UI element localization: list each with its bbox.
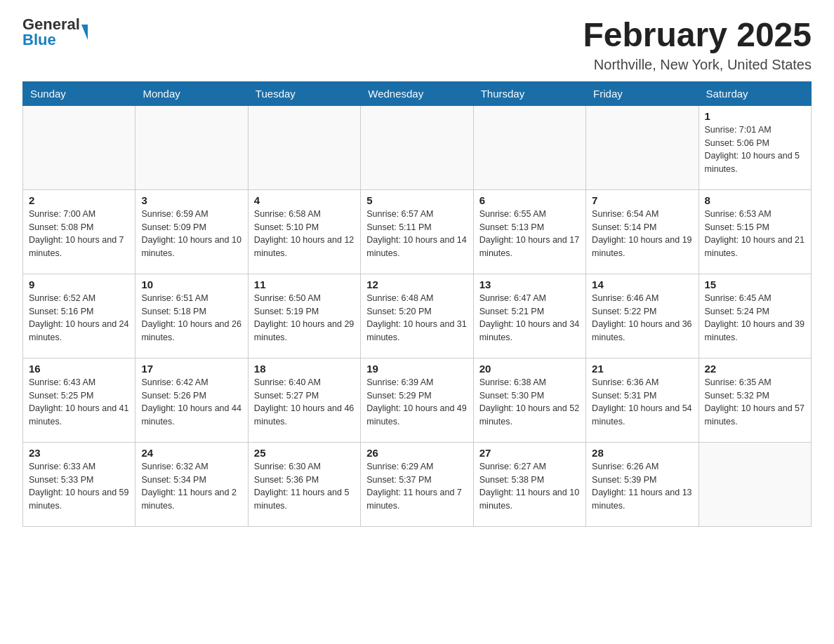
day-info: Sunrise: 7:00 AM Sunset: 5:08 PM Dayligh… — [29, 208, 129, 260]
calendar-day-cell — [248, 105, 360, 189]
page-header: General Blue February 2025 Northville, N… — [22, 17, 812, 73]
calendar-header-monday: Monday — [135, 81, 248, 105]
calendar-day-cell: 24Sunrise: 6:32 AM Sunset: 5:34 PM Dayli… — [135, 442, 248, 526]
calendar-day-cell: 9Sunrise: 6:52 AM Sunset: 5:16 PM Daylig… — [23, 274, 135, 358]
calendar-header-tuesday: Tuesday — [248, 81, 360, 105]
calendar-week-2: 9Sunrise: 6:52 AM Sunset: 5:16 PM Daylig… — [23, 274, 812, 358]
day-number: 4 — [254, 194, 355, 206]
day-number: 18 — [254, 363, 355, 375]
day-info: Sunrise: 6:54 AM Sunset: 5:14 PM Dayligh… — [592, 208, 692, 260]
day-number: 8 — [705, 194, 805, 206]
calendar-day-cell: 26Sunrise: 6:29 AM Sunset: 5:37 PM Dayli… — [361, 442, 473, 526]
logo: General Blue — [22, 17, 88, 48]
day-number: 25 — [254, 447, 355, 459]
calendar-day-cell — [361, 105, 473, 189]
day-number: 21 — [592, 363, 692, 375]
day-number: 10 — [141, 279, 241, 290]
day-info: Sunrise: 6:45 AM Sunset: 5:24 PM Dayligh… — [705, 292, 805, 344]
calendar-day-cell — [473, 105, 585, 189]
day-info: Sunrise: 6:38 AM Sunset: 5:30 PM Dayligh… — [479, 376, 580, 429]
calendar-day-cell: 14Sunrise: 6:46 AM Sunset: 5:22 PM Dayli… — [586, 274, 699, 358]
day-info: Sunrise: 6:42 AM Sunset: 5:26 PM Dayligh… — [141, 376, 241, 429]
day-info: Sunrise: 6:33 AM Sunset: 5:33 PM Dayligh… — [29, 460, 129, 513]
calendar-day-cell — [699, 442, 811, 526]
day-number: 23 — [29, 447, 129, 459]
day-info: Sunrise: 6:30 AM Sunset: 5:36 PM Dayligh… — [254, 460, 355, 513]
day-number: 14 — [592, 279, 692, 290]
month-title: February 2025 — [583, 17, 812, 54]
day-number: 22 — [705, 363, 805, 375]
logo-general: General — [22, 17, 80, 32]
calendar-header-sunday: Sunday — [23, 81, 135, 105]
day-number: 24 — [141, 447, 241, 459]
calendar-day-cell: 4Sunrise: 6:58 AM Sunset: 5:10 PM Daylig… — [248, 189, 360, 274]
calendar-day-cell: 27Sunrise: 6:27 AM Sunset: 5:38 PM Dayli… — [473, 442, 585, 526]
day-number: 15 — [705, 279, 805, 290]
day-number: 20 — [479, 363, 580, 375]
calendar-week-4: 23Sunrise: 6:33 AM Sunset: 5:33 PM Dayli… — [23, 442, 812, 526]
day-info: Sunrise: 6:48 AM Sunset: 5:20 PM Dayligh… — [366, 292, 467, 344]
day-info: Sunrise: 6:35 AM Sunset: 5:32 PM Dayligh… — [705, 376, 805, 429]
day-number: 11 — [254, 279, 355, 290]
calendar-day-cell — [586, 105, 699, 189]
logo-triangle-icon — [81, 25, 88, 40]
day-info: Sunrise: 6:59 AM Sunset: 5:09 PM Dayligh… — [141, 208, 241, 260]
calendar-header-friday: Friday — [586, 81, 699, 105]
day-info: Sunrise: 6:36 AM Sunset: 5:31 PM Dayligh… — [592, 376, 692, 429]
day-info: Sunrise: 6:40 AM Sunset: 5:27 PM Dayligh… — [254, 376, 355, 429]
day-number: 3 — [141, 194, 241, 206]
day-info: Sunrise: 6:29 AM Sunset: 5:37 PM Dayligh… — [366, 460, 467, 513]
calendar-day-cell: 23Sunrise: 6:33 AM Sunset: 5:33 PM Dayli… — [23, 442, 135, 526]
day-number: 6 — [479, 194, 580, 206]
day-info: Sunrise: 6:57 AM Sunset: 5:11 PM Dayligh… — [366, 208, 467, 260]
calendar-day-cell — [23, 105, 135, 189]
day-info: Sunrise: 6:39 AM Sunset: 5:29 PM Dayligh… — [366, 376, 467, 429]
calendar-day-cell: 12Sunrise: 6:48 AM Sunset: 5:20 PM Dayli… — [361, 274, 473, 358]
day-info: Sunrise: 6:53 AM Sunset: 5:15 PM Dayligh… — [705, 208, 805, 260]
day-number: 16 — [29, 363, 129, 375]
day-info: Sunrise: 7:01 AM Sunset: 5:06 PM Dayligh… — [705, 123, 805, 176]
calendar-day-cell: 6Sunrise: 6:55 AM Sunset: 5:13 PM Daylig… — [473, 189, 585, 274]
day-number: 28 — [592, 447, 692, 459]
day-info: Sunrise: 6:50 AM Sunset: 5:19 PM Dayligh… — [254, 292, 355, 344]
calendar-day-cell: 11Sunrise: 6:50 AM Sunset: 5:19 PM Dayli… — [248, 274, 360, 358]
day-info: Sunrise: 6:47 AM Sunset: 5:21 PM Dayligh… — [479, 292, 580, 344]
day-info: Sunrise: 6:46 AM Sunset: 5:22 PM Dayligh… — [592, 292, 692, 344]
day-info: Sunrise: 6:51 AM Sunset: 5:18 PM Dayligh… — [141, 292, 241, 344]
calendar-week-3: 16Sunrise: 6:43 AM Sunset: 5:25 PM Dayli… — [23, 358, 812, 442]
day-info: Sunrise: 6:43 AM Sunset: 5:25 PM Dayligh… — [29, 376, 129, 429]
calendar-day-cell: 25Sunrise: 6:30 AM Sunset: 5:36 PM Dayli… — [248, 442, 360, 526]
day-number: 1 — [705, 110, 805, 122]
calendar-day-cell: 7Sunrise: 6:54 AM Sunset: 5:14 PM Daylig… — [586, 189, 699, 274]
calendar-day-cell: 16Sunrise: 6:43 AM Sunset: 5:25 PM Dayli… — [23, 358, 135, 442]
day-number: 5 — [366, 194, 467, 206]
calendar-day-cell: 15Sunrise: 6:45 AM Sunset: 5:24 PM Dayli… — [699, 274, 811, 358]
calendar-day-cell: 19Sunrise: 6:39 AM Sunset: 5:29 PM Dayli… — [361, 358, 473, 442]
day-info: Sunrise: 6:58 AM Sunset: 5:10 PM Dayligh… — [254, 208, 355, 260]
calendar-header-thursday: Thursday — [473, 81, 585, 105]
calendar: SundayMondayTuesdayWednesdayThursdayFrid… — [22, 81, 812, 527]
location: Northville, New York, United States — [583, 57, 812, 73]
calendar-day-cell: 20Sunrise: 6:38 AM Sunset: 5:30 PM Dayli… — [473, 358, 585, 442]
calendar-day-cell: 28Sunrise: 6:26 AM Sunset: 5:39 PM Dayli… — [586, 442, 699, 526]
day-number: 27 — [479, 447, 580, 459]
day-number: 9 — [29, 279, 129, 290]
day-info: Sunrise: 6:27 AM Sunset: 5:38 PM Dayligh… — [479, 460, 580, 513]
day-number: 17 — [141, 363, 241, 375]
logo-blue: Blue — [22, 32, 80, 48]
calendar-header-row: SundayMondayTuesdayWednesdayThursdayFrid… — [23, 81, 812, 105]
day-number: 7 — [592, 194, 692, 206]
calendar-day-cell: 1Sunrise: 7:01 AM Sunset: 5:06 PM Daylig… — [699, 105, 811, 189]
calendar-day-cell: 22Sunrise: 6:35 AM Sunset: 5:32 PM Dayli… — [699, 358, 811, 442]
day-number: 13 — [479, 279, 580, 290]
calendar-week-0: 1Sunrise: 7:01 AM Sunset: 5:06 PM Daylig… — [23, 105, 812, 189]
calendar-day-cell: 10Sunrise: 6:51 AM Sunset: 5:18 PM Dayli… — [135, 274, 248, 358]
calendar-day-cell: 5Sunrise: 6:57 AM Sunset: 5:11 PM Daylig… — [361, 189, 473, 274]
calendar-day-cell: 3Sunrise: 6:59 AM Sunset: 5:09 PM Daylig… — [135, 189, 248, 274]
calendar-header-wednesday: Wednesday — [361, 81, 473, 105]
calendar-week-1: 2Sunrise: 7:00 AM Sunset: 5:08 PM Daylig… — [23, 189, 812, 274]
calendar-day-cell: 21Sunrise: 6:36 AM Sunset: 5:31 PM Dayli… — [586, 358, 699, 442]
day-number: 12 — [366, 279, 467, 290]
day-number: 26 — [366, 447, 467, 459]
day-number: 2 — [29, 194, 129, 206]
